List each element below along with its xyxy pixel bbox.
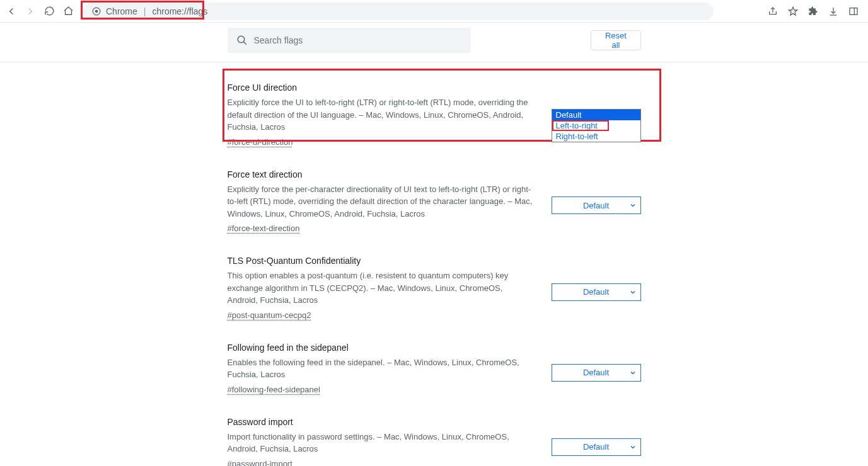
- chevron-down-icon: [629, 288, 637, 296]
- back-icon[interactable]: [5, 5, 18, 18]
- chevron-down-icon: [629, 202, 637, 209]
- flag-tls-post-quantum: TLS Post-Quantum Confidentiality This op…: [228, 247, 641, 334]
- select-dropdown: Default Left-to-right Right-to-left: [552, 109, 641, 142]
- flag-force-text-direction: Force text direction Explicitly force th…: [228, 161, 641, 247]
- flag-password-import: Password import Import functionality in …: [228, 408, 641, 467]
- home-icon[interactable]: [62, 5, 74, 18]
- flag-following-feed-sidepanel: Following feed in the sidepanel Enables …: [228, 334, 641, 408]
- flag-desc: Explicitly force the UI to left-to-right…: [228, 96, 533, 134]
- flag-id-link[interactable]: #force-ui-direction: [228, 137, 293, 147]
- search-input[interactable]: [254, 35, 463, 45]
- flag-title: Force text direction: [228, 169, 533, 179]
- flag-id-link[interactable]: #force-text-direction: [228, 224, 300, 233]
- flag-select[interactable]: Default: [552, 438, 641, 456]
- dropdown-option-ltr[interactable]: Left-to-right: [552, 120, 640, 131]
- flag-id-link[interactable]: #password-import: [228, 459, 292, 467]
- share-icon[interactable]: [767, 6, 778, 17]
- chevron-down-icon: [629, 369, 637, 377]
- flag-force-ui-direction: Force UI direction Explicitly force the …: [228, 74, 641, 161]
- forward-icon[interactable]: [24, 5, 37, 18]
- select-value: Default: [583, 368, 609, 377]
- browser-toolbar: Chrome | chrome://flags: [0, 0, 868, 23]
- chevron-down-icon: [629, 443, 637, 451]
- chrome-scheme-icon: [92, 7, 101, 16]
- address-bar-wrap: Chrome | chrome://flags: [83, 3, 714, 20]
- flag-select[interactable]: Default: [552, 283, 641, 301]
- select-value: Default: [583, 287, 609, 297]
- flag-id-link[interactable]: #post-quantum-cecpq2: [228, 310, 311, 320]
- search-icon: [236, 35, 248, 46]
- toolbar-right-icons: [767, 6, 863, 17]
- reload-icon[interactable]: [43, 5, 55, 18]
- url-text: chrome://flags: [152, 6, 207, 16]
- dropdown-option-rtl[interactable]: Right-to-left: [552, 131, 640, 142]
- flag-select[interactable]: Default: [552, 196, 641, 214]
- select-value: Default: [583, 442, 609, 452]
- svg-point-4: [238, 36, 245, 43]
- sidepanel-icon[interactable]: [848, 6, 859, 17]
- flag-id-link[interactable]: #following-feed-sidepanel: [228, 385, 320, 394]
- flag-desc: Enables the following feed in the sidepa…: [228, 356, 533, 381]
- flag-title: TLS Post-Quantum Confidentiality: [228, 256, 533, 266]
- flag-select[interactable]: Default: [552, 364, 641, 382]
- dropdown-option-default[interactable]: Default: [552, 110, 640, 120]
- omnibox-divider: |: [144, 6, 146, 16]
- reset-all-button[interactable]: Reset all: [591, 30, 640, 50]
- download-icon[interactable]: [828, 6, 839, 17]
- flag-desc: Import functionality in password setting…: [228, 431, 533, 455]
- flags-page: Reset all Force UI direction Explicitly …: [0, 23, 868, 466]
- scheme-label: Chrome: [106, 6, 137, 16]
- flags-list: Force UI direction Explicitly force the …: [228, 62, 641, 466]
- address-bar[interactable]: Chrome | chrome://flags: [83, 3, 714, 20]
- search-flags-box[interactable]: [228, 28, 472, 53]
- flag-title: Following feed in the sidepanel: [228, 343, 533, 353]
- svg-line-5: [243, 42, 246, 45]
- svg-point-1: [95, 9, 98, 13]
- flag-desc: Explicitly force the per-character direc…: [228, 183, 533, 220]
- bookmark-star-icon[interactable]: [787, 6, 799, 17]
- flag-desc: This option enables a post-quantum (i.e.…: [228, 270, 533, 307]
- extensions-icon[interactable]: [807, 6, 819, 17]
- flag-title: Force UI direction: [228, 82, 533, 93]
- svg-rect-2: [850, 8, 857, 14]
- flag-title: Password import: [228, 417, 533, 427]
- select-value: Default: [583, 201, 609, 210]
